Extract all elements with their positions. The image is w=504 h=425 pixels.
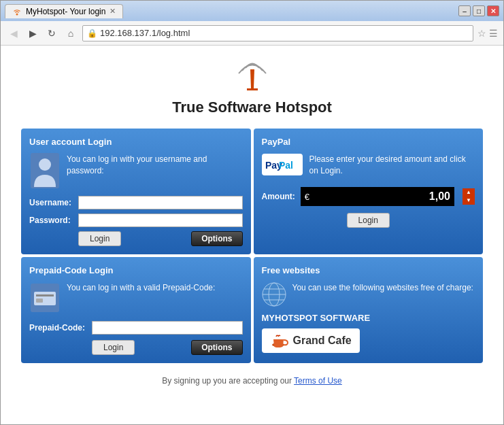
prepaid-options-btn[interactable]: Options [191, 340, 242, 355]
page-content: True Software Hotspot User account Login [1, 46, 503, 424]
free-websites-panel: Free websites You can use the following … [254, 257, 484, 363]
svg-rect-2 [247, 88, 258, 90]
svg-rect-11 [36, 299, 43, 303]
url-bar[interactable]: 🔒 192.168.137.1/log.html [82, 25, 473, 41]
svg-point-0 [16, 13, 18, 15]
username-row: Username: [29, 196, 243, 209]
free-panel-title: Free websites [262, 265, 475, 275]
password-input[interactable] [78, 214, 243, 227]
prepaid-panel-title: Prepaid-Code Login [29, 265, 243, 275]
user-avatar-icon [29, 154, 60, 188]
password-row: Password: [29, 214, 243, 227]
user-options-btn[interactable]: Options [191, 231, 242, 246]
window-controls: – □ ✕ [458, 5, 499, 16]
svg-marker-1 [250, 69, 254, 88]
page-title: True Software Hotspot [21, 99, 483, 116]
prepaid-code-input[interactable] [92, 321, 243, 335]
url-text: 192.168.137.1/log.html [100, 28, 190, 38]
terms-of-use-link[interactable]: Terms of Use [294, 376, 342, 386]
user-panel-title: User account Login [29, 137, 243, 147]
free-brand: MYHOTSPOT SOFTWARE [262, 313, 475, 323]
footer-text: By signing up you are accepting our [162, 376, 294, 386]
bookmark-icon[interactable]: ☆ [477, 28, 486, 39]
menu-icon[interactable]: ☰ [489, 28, 498, 39]
cafe-name: Grand Cafe [293, 335, 352, 347]
svg-rect-10 [36, 294, 54, 296]
browser-tab[interactable]: MyHotspot- Your login ✕ [5, 4, 123, 18]
wifi-tower-icon [232, 56, 273, 93]
home-btn[interactable]: ⌂ [63, 26, 78, 41]
username-input[interactable] [78, 196, 243, 209]
amount-spinner: ▲ ▼ [463, 188, 475, 205]
address-bar: ◀ ▶ ↻ ⌂ 🔒 192.168.137.1/log.html ☆ ☰ [1, 21, 503, 46]
user-account-panel: User account Login You can log in with y… [21, 129, 251, 254]
cafe-badge: Grand Cafe [262, 328, 360, 353]
paypal-login-btn[interactable]: Login [347, 213, 390, 228]
hotspot-header: True Software Hotspot [21, 56, 483, 116]
password-label: Password: [29, 216, 78, 225]
amount-up-btn[interactable]: ▲ [463, 188, 475, 197]
amount-down-btn[interactable]: ▼ [463, 197, 475, 205]
amount-value: 1,00 [312, 190, 450, 203]
forward-btn[interactable]: ▶ [25, 26, 40, 41]
paypal-panel-title: PayPal [262, 137, 475, 147]
minimize-btn[interactable]: – [458, 5, 471, 16]
globe-icon [262, 282, 286, 306]
paypal-logo: Pay Pal [262, 154, 303, 177]
paypal-description: Please enter your desired amount and cli… [309, 154, 475, 177]
prepaid-login-btn[interactable]: Login [92, 340, 135, 355]
panels-grid: User account Login You can log in with y… [21, 129, 483, 363]
coffee-cup-icon [270, 331, 289, 350]
reload-btn[interactable]: ↻ [44, 26, 59, 41]
user-description: You can log in with your username and pa… [67, 154, 243, 188]
free-description: You can use the following websites free … [292, 282, 473, 306]
svg-text:Pal: Pal [279, 160, 293, 171]
prepaid-panel: Prepaid-Code Login You can log in with a… [21, 257, 251, 363]
title-bar: MyHotspot- Your login ✕ – □ ✕ [1, 1, 503, 21]
prepaid-icon [29, 282, 60, 313]
amount-row: Amount: € 1,00 ▲ ▼ [262, 187, 475, 206]
close-btn[interactable]: ✕ [487, 5, 499, 16]
svg-point-4 [39, 158, 51, 171]
back-btn[interactable]: ◀ [6, 26, 21, 41]
amount-label: Amount: [262, 192, 295, 201]
maximize-btn[interactable]: □ [473, 5, 485, 16]
page-footer: By signing up you are accepting our Term… [21, 373, 483, 389]
prepaid-code-label: Prepaid-Code: [29, 323, 92, 333]
paypal-panel: PayPal Pay Pal Please enter your desired… [254, 129, 484, 254]
prepaid-description: You can log in with a valid Prepaid-Code… [67, 282, 215, 313]
user-login-btn[interactable]: Login [78, 231, 121, 246]
tab-close-btn[interactable]: ✕ [110, 7, 116, 16]
tab-label: MyHotspot- Your login [26, 7, 105, 16]
prepaid-code-row: Prepaid-Code: [29, 321, 243, 335]
tab-favicon [12, 7, 22, 16]
euro-sign: € [305, 192, 309, 202]
amount-input-wrapper[interactable]: € 1,00 [301, 187, 454, 206]
username-label: Username: [29, 198, 78, 207]
